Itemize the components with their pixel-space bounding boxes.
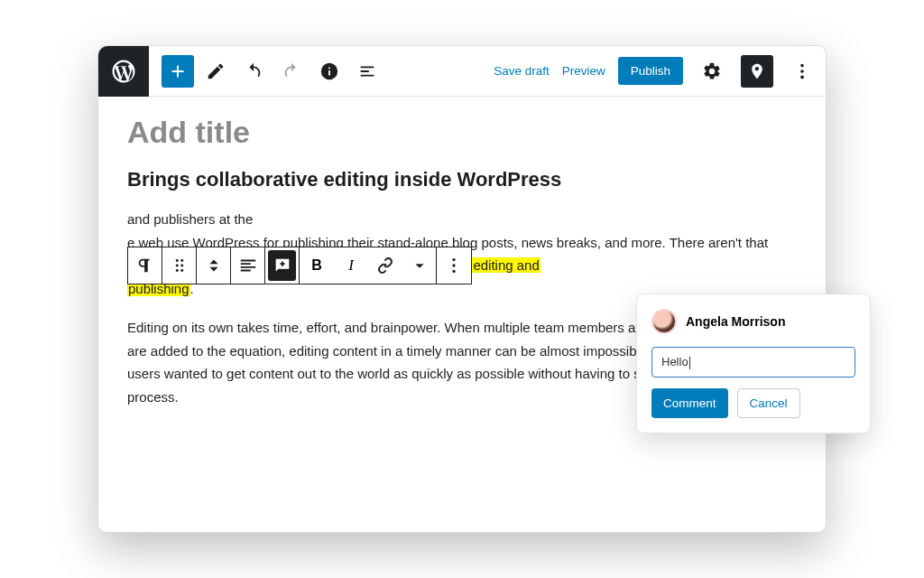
more-rich-text-button[interactable] — [402, 247, 437, 284]
comment-plus-icon — [273, 256, 292, 275]
plus-icon — [168, 61, 188, 81]
settings-button[interactable] — [696, 55, 728, 88]
align-button[interactable] — [231, 247, 265, 284]
para1-fragment: and publishers at the — [127, 211, 253, 227]
link-button[interactable] — [368, 247, 402, 284]
text-caret — [689, 357, 690, 369]
block-more-button[interactable] — [437, 247, 471, 284]
redo-button[interactable] — [275, 55, 308, 88]
undo-button[interactable] — [237, 55, 270, 88]
edit-mode-button[interactable] — [199, 55, 232, 88]
redo-icon — [282, 61, 301, 81]
comment-actions: Comment Cancel — [651, 388, 855, 418]
more-menu-button[interactable] — [786, 55, 818, 88]
svg-point-6 — [180, 265, 183, 267]
drag-handle[interactable] — [162, 247, 197, 284]
info-button[interactable] — [313, 55, 346, 88]
block-toolbar: B I — [127, 247, 472, 284]
info-icon — [319, 61, 339, 81]
comment-author: Angela Morrison — [651, 309, 855, 334]
comment-input-text: Hello — [661, 355, 688, 368]
chevron-down-icon — [410, 256, 430, 275]
comment-author-name: Angela Morrison — [686, 314, 785, 329]
list-icon — [357, 61, 377, 81]
pilcrow-icon — [135, 256, 155, 275]
add-block-button[interactable] — [162, 55, 194, 88]
svg-point-2 — [800, 75, 804, 79]
comments-panel-button[interactable] — [741, 55, 773, 88]
top-toolbar-right: Save draft Preview Publish — [494, 55, 818, 88]
kebab-icon — [792, 61, 812, 81]
comment-submit-button[interactable]: Comment — [651, 388, 728, 418]
preview-link[interactable]: Preview — [562, 64, 605, 78]
editor-window: Save draft Preview Publish Add title Bri… — [97, 45, 827, 533]
kebab-icon — [444, 256, 464, 275]
svg-point-7 — [175, 269, 178, 272]
gear-icon — [702, 61, 722, 81]
move-buttons[interactable] — [197, 247, 231, 284]
svg-point-9 — [452, 258, 455, 261]
comment-input[interactable]: Hello — [651, 347, 855, 378]
svg-point-11 — [452, 270, 455, 273]
link-icon — [375, 256, 395, 275]
top-toolbar-left — [149, 55, 383, 88]
svg-point-3 — [175, 259, 178, 262]
svg-point-4 — [180, 259, 183, 262]
undo-icon — [244, 61, 263, 81]
svg-point-10 — [452, 264, 455, 266]
comment-cancel-button[interactable]: Cancel — [737, 388, 800, 418]
paragraph-type-button[interactable] — [128, 247, 162, 284]
wordpress-logo[interactable] — [98, 46, 149, 97]
svg-point-1 — [800, 70, 804, 73]
top-toolbar: Save draft Preview Publish — [98, 46, 826, 97]
location-icon — [748, 62, 766, 80]
svg-point-0 — [800, 63, 804, 67]
pencil-icon — [206, 61, 226, 81]
wordpress-icon — [110, 58, 137, 85]
save-draft-link[interactable]: Save draft — [494, 64, 550, 78]
bold-button[interactable]: B — [300, 247, 334, 284]
outline-button[interactable] — [351, 55, 383, 88]
drag-icon — [170, 256, 189, 275]
svg-point-5 — [175, 265, 178, 267]
publish-button[interactable]: Publish — [618, 57, 683, 85]
align-left-icon — [238, 256, 258, 275]
post-heading[interactable]: Brings collaborative editing inside Word… — [127, 168, 797, 191]
post-title-input[interactable]: Add title — [127, 115, 797, 150]
italic-button[interactable]: I — [334, 247, 368, 284]
comment-popover: Angela Morrison Hello Comment Cancel — [636, 294, 871, 434]
avatar — [651, 309, 677, 334]
chevrons-vertical-icon — [204, 256, 224, 275]
svg-point-8 — [180, 269, 183, 272]
add-comment-button[interactable] — [265, 247, 300, 284]
